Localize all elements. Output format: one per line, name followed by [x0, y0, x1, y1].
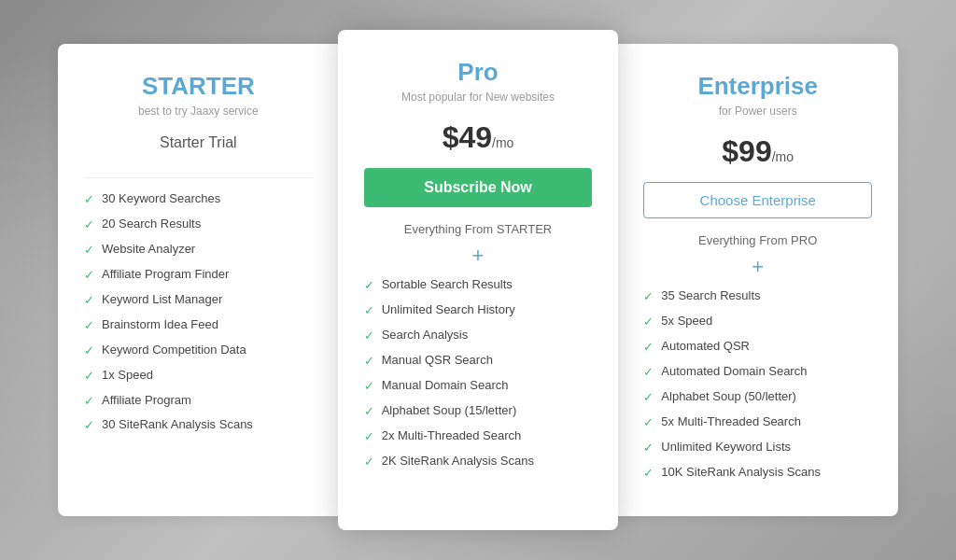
check-icon: ✓	[84, 318, 94, 334]
check-icon: ✓	[364, 379, 374, 395]
starter-plan-name: STARTER	[84, 72, 313, 101]
check-icon: ✓	[643, 466, 654, 482]
check-icon: ✓	[84, 217, 94, 233]
list-item: ✓30 SiteRank Analysis Scans	[84, 417, 313, 434]
list-item: ✓Keyword List Manager	[84, 292, 313, 309]
check-icon: ✓	[364, 354, 374, 370]
list-item: ✓5x Multi-Threaded Search	[643, 414, 872, 431]
list-item: ✓Sortable Search Results	[364, 277, 593, 294]
pro-plan-name: Pro	[364, 58, 593, 87]
enterprise-plus-icon: +	[643, 257, 872, 277]
list-item: ✓Automated QSR	[643, 339, 872, 356]
check-icon: ✓	[364, 278, 374, 294]
subscribe-now-button[interactable]: Subscribe Now	[364, 168, 593, 207]
list-item: ✓Alphabet Soup (50/letter)	[643, 389, 872, 406]
check-icon: ✓	[643, 315, 654, 330]
list-item: ✓Search Analysis	[364, 328, 593, 344]
pro-price-area: $49/mo	[364, 120, 593, 155]
pricing-container: STARTER best to try Jaaxy service Starte…	[58, 44, 898, 515]
list-item: ✓10K SiteRank Analysis Scans	[643, 465, 872, 482]
list-item: ✓Keyword Competition Data	[84, 343, 313, 359]
check-icon: ✓	[643, 441, 654, 456]
list-item: ✓Brainstorm Idea Feed	[84, 317, 313, 334]
check-icon: ✓	[364, 404, 374, 420]
check-icon: ✓	[84, 369, 94, 385]
check-icon: ✓	[84, 293, 94, 309]
starter-subtitle: best to try Jaaxy service	[84, 105, 313, 118]
check-icon: ✓	[84, 243, 94, 259]
pro-subtitle: Most popular for New websites	[364, 91, 593, 104]
check-icon: ✓	[364, 455, 374, 470]
list-item: ✓35 Search Results	[643, 288, 872, 305]
check-icon: ✓	[364, 429, 374, 445]
check-icon: ✓	[643, 340, 654, 356]
choose-enterprise-button[interactable]: Choose Enterprise	[643, 182, 872, 218]
enterprise-price-area: $99/mo	[643, 134, 872, 169]
check-icon: ✓	[84, 268, 94, 284]
list-item: ✓Unlimited Search History	[364, 302, 593, 319]
check-icon: ✓	[643, 289, 654, 305]
enterprise-subtitle: for Power users	[643, 105, 872, 118]
check-icon: ✓	[364, 329, 374, 344]
check-icon: ✓	[84, 394, 94, 410]
list-item: ✓1x Speed	[84, 368, 313, 385]
enterprise-plan-name: Enterprise	[643, 72, 872, 101]
check-icon: ✓	[364, 303, 374, 319]
enterprise-price: $99/mo	[722, 134, 794, 168]
list-item: ✓2K SiteRank Analysis Scans	[364, 454, 593, 470]
list-item: ✓Affiliate Program	[84, 393, 313, 410]
check-icon: ✓	[643, 365, 654, 381]
enterprise-card: Enterprise for Power users $99/mo Choose…	[617, 44, 898, 515]
check-icon: ✓	[643, 390, 654, 406]
list-item: ✓30 Keyword Searches	[84, 191, 313, 208]
check-icon: ✓	[643, 415, 654, 431]
enterprise-everything-from: Everything From PRO	[643, 233, 872, 247]
pro-plus-icon: +	[364, 245, 593, 266]
list-item: ✓Automated Domain Search	[643, 364, 872, 381]
list-item: ✓5x Speed	[643, 314, 872, 330]
list-item: ✓Website Analyzer	[84, 242, 313, 259]
list-item: ✓Affiliate Program Finder	[84, 267, 313, 284]
starter-divider	[84, 177, 313, 178]
list-item: ✓Alphabet Soup (15/letter)	[364, 403, 593, 420]
enterprise-features-list: ✓35 Search Results ✓5x Speed ✓Automated …	[643, 288, 872, 489]
list-item: ✓2x Multi-Threaded Search	[364, 428, 593, 445]
starter-price-label: Starter Trial	[84, 134, 313, 151]
list-item: ✓20 Search Results	[84, 217, 313, 233]
starter-features-list: ✓30 Keyword Searches ✓20 Search Results …	[84, 191, 313, 489]
pro-price: $49/mo	[443, 120, 514, 154]
check-icon: ✓	[84, 343, 94, 359]
pro-features-list: ✓Sortable Search Results ✓Unlimited Sear…	[364, 277, 593, 503]
list-item: ✓Manual Domain Search	[364, 378, 593, 395]
pro-everything-from: Everything From STARTER	[364, 222, 593, 236]
check-icon: ✓	[84, 418, 94, 434]
list-item: ✓Manual QSR Search	[364, 353, 593, 370]
check-icon: ✓	[84, 192, 94, 208]
list-item: ✓Unlimited Keyword Lists	[643, 440, 872, 456]
pro-card: Pro Most popular for New websites $49/mo…	[338, 30, 619, 529]
starter-card: STARTER best to try Jaaxy service Starte…	[58, 44, 339, 515]
